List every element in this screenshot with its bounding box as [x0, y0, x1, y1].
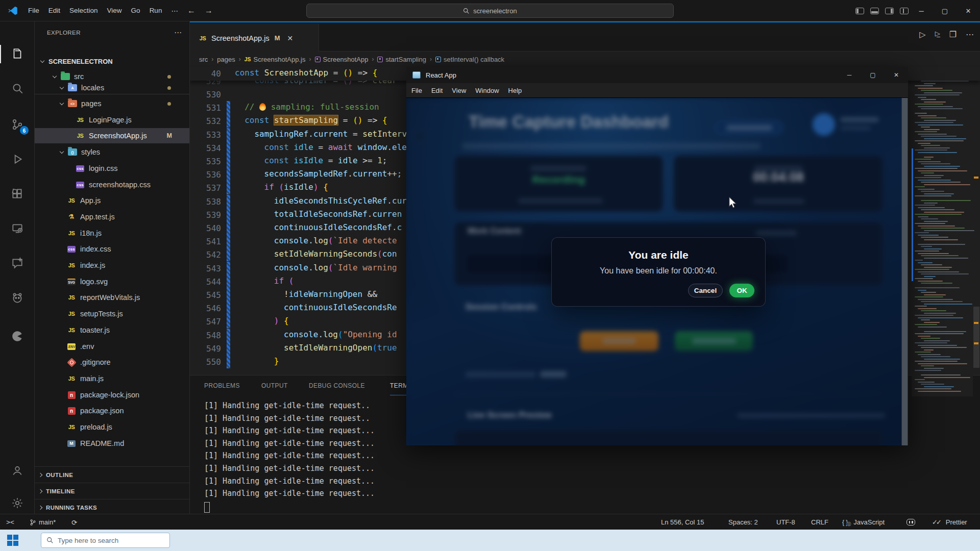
maximize-button[interactable]: ▢	[933, 0, 957, 21]
menu-file[interactable]: File	[23, 4, 44, 17]
tree-item-index-js[interactable]: JSindex.js	[35, 258, 189, 273]
close-button[interactable]: ✕	[957, 0, 980, 21]
menu-view[interactable]: View	[103, 4, 127, 17]
start-button[interactable]	[7, 535, 18, 546]
minimize-button[interactable]: ─	[910, 0, 933, 21]
menu-run[interactable]: Run	[145, 4, 167, 17]
tree-item--gitignore[interactable]: .gitignore	[35, 355, 189, 370]
breadcrumb-segment[interactable]: setInterval() callback	[444, 56, 504, 63]
tree-item-app-js[interactable]: JSApp.js	[35, 193, 189, 208]
panel-tab-output[interactable]: OUTPUT	[261, 380, 288, 392]
tree-item-toaster-js[interactable]: JStoaster.js	[35, 322, 189, 338]
react-menu-edit[interactable]: Edit	[427, 85, 447, 96]
tab-close-icon[interactable]: ✕	[287, 34, 293, 42]
activity-chat-icon[interactable]	[0, 252, 35, 274]
menu-edit[interactable]: Edit	[44, 4, 65, 17]
minimap[interactable]	[912, 67, 973, 396]
react-maximize-button[interactable]: ▢	[861, 67, 885, 83]
react-menu-view[interactable]: View	[448, 85, 470, 96]
activity-source-control-icon[interactable]: 6	[0, 113, 35, 136]
tree-item-reportwebvitals-js[interactable]: JSreportWebVitals.js	[35, 290, 189, 305]
tree-item-i18n-js[interactable]: JSi18n.js	[35, 226, 189, 241]
panel-tab-debug-console[interactable]: DEBUG CONSOLE	[309, 380, 365, 392]
content-scrollbar[interactable]	[901, 98, 908, 445]
editor-more-actions-icon[interactable]: ⋯	[966, 30, 974, 39]
cancel-button[interactable]: Cancel	[688, 284, 723, 297]
nav-back-icon[interactable]: ←	[183, 6, 200, 15]
tree-item-app-test-js[interactable]: ⚗App.test.js	[35, 209, 189, 224]
react-menu-window[interactable]: Window	[471, 85, 503, 96]
tab-screenshotapp[interactable]: JS ScreenshotApp.js M ✕	[190, 23, 319, 53]
run-file-icon[interactable]: ▷	[919, 30, 925, 39]
section-outline[interactable]: OUTLINE	[35, 466, 189, 483]
activity-search-icon[interactable]	[0, 78, 35, 100]
tree-item-package-json[interactable]: npackage.json	[35, 403, 189, 418]
status-copilot[interactable]	[906, 514, 915, 530]
breadcrumb-segment[interactable]: ScreenshotApp.js	[254, 56, 306, 63]
nav-forward-icon[interactable]: →	[200, 6, 217, 15]
explorer-more-actions-icon[interactable]: ⋯	[174, 28, 182, 37]
tree-item-main-js[interactable]: JSmain.js	[35, 371, 189, 386]
activity-settings-icon[interactable]	[0, 492, 35, 514]
breadcrumb-segment[interactable]: src	[199, 56, 208, 63]
tree-item-logo-svg[interactable]: SVGlogo.svg	[35, 274, 189, 289]
toggle-panel-icon[interactable]	[870, 8, 879, 14]
panel-tab-problems[interactable]: PROBLEMS	[204, 380, 240, 392]
status-eol[interactable]: CRLF	[811, 514, 828, 530]
breadcrumb-segment[interactable]: startSampling	[385, 56, 426, 63]
terminal-line: [1] Handling get-idle-time request..	[204, 401, 370, 410]
editor-scrollbar[interactable]	[973, 67, 980, 396]
tree-item-screenshotapp-js[interactable]: JSScreenshotApp.jsM	[35, 128, 189, 143]
tree-item-package-lock-json[interactable]: npackage-lock.json	[35, 387, 189, 403]
explorer-root-folder[interactable]: SCREENELECTRON	[35, 54, 189, 69]
react-window-titlebar[interactable]: React App ─ ▢ ✕	[406, 67, 908, 83]
status-language-mode[interactable]: { }ⓧJavaScript	[842, 514, 885, 530]
command-center-search[interactable]: screenelectron	[306, 4, 674, 18]
activity-run-debug-icon[interactable]	[0, 148, 35, 170]
menu-selection[interactable]: Selection	[65, 4, 103, 17]
activity-pacman-extension-icon[interactable]	[0, 325, 35, 347]
ok-button[interactable]: OK	[729, 284, 754, 297]
tree-item-loginpage-js[interactable]: JSLoginPage.js	[35, 112, 189, 128]
tree-item-index-css[interactable]: cssindex.css	[35, 241, 189, 257]
activity-explorer-icon[interactable]	[0, 43, 35, 65]
tree-item-locales[interactable]: Alocales	[35, 80, 189, 95]
status-sync[interactable]: ⟳	[71, 514, 77, 530]
split-editor-icon[interactable]: ❐	[949, 30, 957, 39]
breadcrumb-segment[interactable]: pages	[217, 56, 235, 63]
activity-containers-icon[interactable]	[0, 287, 35, 309]
tree-item-preload-js[interactable]: JSpreload.js	[35, 419, 189, 435]
status-formatter[interactable]: ✓✓Prettier	[932, 514, 967, 530]
tree-item-screenshotapp-css[interactable]: cssscreenshotapp.css	[35, 177, 189, 192]
react-close-button[interactable]: ✕	[885, 67, 908, 83]
status-indentation[interactable]: Spaces: 2	[728, 514, 758, 530]
tab-modified-badge: M	[275, 34, 280, 42]
toggle-secondary-sidebar-icon[interactable]	[885, 8, 894, 14]
tree-item-styles[interactable]: {}styles	[35, 144, 189, 160]
react-minimize-button[interactable]: ─	[838, 67, 861, 83]
react-app-window[interactable]: React App ─ ▢ ✕ FileEditViewWindowHelp T…	[406, 67, 908, 445]
react-menu-help[interactable]: Help	[504, 85, 526, 96]
status-encoding[interactable]: UTF-8	[776, 514, 795, 530]
status-remote[interactable]: ><	[6, 514, 14, 530]
status-cursor-position[interactable]: Ln 556, Col 15	[661, 514, 704, 530]
section-running-tasks[interactable]: RUNNING TASKS	[35, 499, 189, 514]
menu-go[interactable]: Go	[127, 4, 145, 17]
tree-item--env[interactable]: .ENV.env	[35, 339, 189, 354]
section-timeline[interactable]: TIMELINE	[35, 483, 189, 499]
tree-item-setuptests-js[interactable]: JSsetupTests.js	[35, 306, 189, 321]
menu-more[interactable]: ⋯	[166, 4, 183, 17]
activity-remote-explorer-icon[interactable]	[0, 217, 35, 240]
activity-extensions-icon[interactable]	[0, 183, 35, 205]
taskbar-search[interactable]: Type here to search	[41, 533, 170, 548]
toggle-sidebar-icon[interactable]	[855, 8, 864, 14]
status-branch[interactable]: main*	[30, 514, 56, 530]
tree-item-readme-md[interactable]: MREADME.md	[35, 436, 189, 451]
activity-accounts-icon[interactable]	[0, 459, 35, 482]
tree-item-pages[interactable]: <>pages	[35, 96, 189, 111]
breadcrumb-segment[interactable]: ScreenshotApp	[323, 56, 369, 63]
customize-layout-icon[interactable]	[900, 8, 909, 14]
react-menu-file[interactable]: File	[407, 85, 426, 96]
tree-item-login-css[interactable]: csslogin.css	[35, 161, 189, 176]
run-options-icon[interactable]: ▷̲	[935, 30, 940, 39]
